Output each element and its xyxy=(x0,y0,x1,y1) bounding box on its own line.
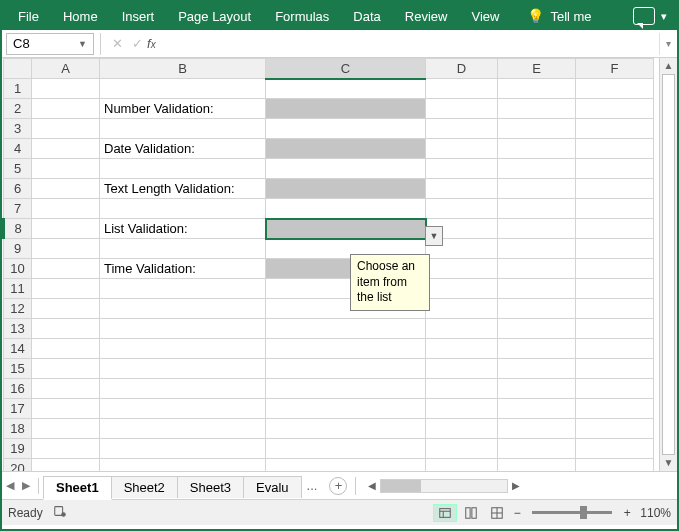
ribbon-tab-insert[interactable]: Insert xyxy=(110,2,167,30)
cell[interactable] xyxy=(32,459,100,472)
cell[interactable] xyxy=(32,279,100,299)
cell[interactable] xyxy=(576,179,654,199)
cell[interactable] xyxy=(498,279,576,299)
col-header-c[interactable]: C xyxy=(266,59,426,79)
scroll-right-icon[interactable]: ▶ xyxy=(508,480,524,491)
row-header[interactable]: 2 xyxy=(4,99,32,119)
sheet-nav-next[interactable]: ▶ xyxy=(18,479,34,492)
cell[interactable] xyxy=(266,159,426,179)
ribbon-tab-review[interactable]: Review xyxy=(393,2,460,30)
row-header[interactable]: 14 xyxy=(4,339,32,359)
cell[interactable] xyxy=(100,239,266,259)
cell[interactable] xyxy=(426,359,498,379)
row-header[interactable]: 18 xyxy=(4,419,32,439)
row-header[interactable]: 3 xyxy=(4,119,32,139)
cell[interactable] xyxy=(100,359,266,379)
cell[interactable] xyxy=(498,459,576,472)
cell[interactable] xyxy=(266,439,426,459)
collapse-ribbon-icon[interactable]: ▾ xyxy=(661,10,667,23)
cell[interactable] xyxy=(266,119,426,139)
cell[interactable] xyxy=(32,79,100,99)
cell[interactable] xyxy=(498,99,576,119)
formula-input[interactable] xyxy=(171,33,659,55)
data-validation-dropdown-button[interactable]: ▼ xyxy=(425,226,443,246)
cell[interactable] xyxy=(426,99,498,119)
cell[interactable] xyxy=(100,79,266,99)
cell[interactable] xyxy=(426,179,498,199)
cell[interactable] xyxy=(576,119,654,139)
cell[interactable] xyxy=(32,379,100,399)
cell[interactable] xyxy=(100,419,266,439)
cell[interactable] xyxy=(32,199,100,219)
cell[interactable] xyxy=(100,299,266,319)
cell[interactable] xyxy=(426,459,498,472)
cell[interactable] xyxy=(498,379,576,399)
cell-text-length-validation[interactable] xyxy=(266,179,426,199)
col-header-d[interactable]: D xyxy=(426,59,498,79)
cell[interactable] xyxy=(576,399,654,419)
view-page-layout-button[interactable] xyxy=(459,504,483,522)
horizontal-scroll-thumb[interactable] xyxy=(381,480,421,492)
cell[interactable] xyxy=(32,219,100,239)
cell[interactable] xyxy=(426,139,498,159)
zoom-slider[interactable] xyxy=(532,511,612,514)
cell-number-validation[interactable] xyxy=(266,99,426,119)
cell[interactable] xyxy=(576,139,654,159)
cell[interactable] xyxy=(498,339,576,359)
sheet-tab-4[interactable]: Evalu xyxy=(243,476,302,498)
cell[interactable] xyxy=(576,299,654,319)
sheet-tab-3[interactable]: Sheet3 xyxy=(177,476,244,498)
row-header[interactable]: 10 xyxy=(4,259,32,279)
cell-date-validation[interactable] xyxy=(266,139,426,159)
cell[interactable] xyxy=(32,179,100,199)
cell[interactable] xyxy=(498,79,576,99)
cell[interactable] xyxy=(498,439,576,459)
cell[interactable] xyxy=(426,199,498,219)
cell[interactable] xyxy=(266,359,426,379)
cell[interactable] xyxy=(266,199,426,219)
cell[interactable] xyxy=(266,419,426,439)
row-header[interactable]: 12 xyxy=(4,299,32,319)
cell[interactable] xyxy=(266,379,426,399)
cell[interactable] xyxy=(498,119,576,139)
cell[interactable] xyxy=(426,159,498,179)
cell[interactable] xyxy=(426,279,498,299)
row-header[interactable]: 13 xyxy=(4,319,32,339)
cell[interactable] xyxy=(100,159,266,179)
cell[interactable] xyxy=(576,199,654,219)
insert-function-button[interactable]: fx xyxy=(147,36,167,51)
sheet-nav-prev[interactable]: ◀ xyxy=(2,479,18,492)
row-header[interactable]: 1 xyxy=(4,79,32,99)
cell[interactable] xyxy=(266,319,426,339)
cell[interactable] xyxy=(576,79,654,99)
vertical-scroll-thumb[interactable] xyxy=(662,74,675,455)
row-header[interactable]: 19 xyxy=(4,439,32,459)
cell[interactable] xyxy=(32,259,100,279)
cell[interactable]: Number Validation: xyxy=(100,99,266,119)
cell[interactable] xyxy=(426,339,498,359)
cell[interactable]: List Validation: xyxy=(100,219,266,239)
sheet-tabs-more[interactable]: ... xyxy=(301,478,324,493)
view-normal-button[interactable] xyxy=(433,504,457,522)
name-box[interactable]: C8 ▼ xyxy=(6,33,94,55)
col-header-f[interactable]: F xyxy=(576,59,654,79)
sheet-tab-2[interactable]: Sheet2 xyxy=(111,476,178,498)
cell[interactable] xyxy=(100,199,266,219)
cell[interactable] xyxy=(100,459,266,472)
cell[interactable]: Time Validation: xyxy=(100,259,266,279)
col-header-a[interactable]: A xyxy=(32,59,100,79)
enter-formula-icon[interactable]: ✓ xyxy=(127,36,147,51)
select-all-corner[interactable] xyxy=(4,59,32,79)
cell[interactable] xyxy=(576,159,654,179)
cell[interactable] xyxy=(100,279,266,299)
row-header[interactable]: 9 xyxy=(4,239,32,259)
cell[interactable] xyxy=(576,359,654,379)
cell[interactable] xyxy=(266,399,426,419)
tell-me-search[interactable]: Tell me xyxy=(550,2,603,30)
cell-list-validation-selected[interactable] xyxy=(266,219,426,239)
cell[interactable] xyxy=(100,439,266,459)
cell[interactable] xyxy=(576,279,654,299)
row-header[interactable]: 5 xyxy=(4,159,32,179)
sheet-tab-1[interactable]: Sheet1 xyxy=(43,476,112,500)
cell[interactable] xyxy=(498,299,576,319)
